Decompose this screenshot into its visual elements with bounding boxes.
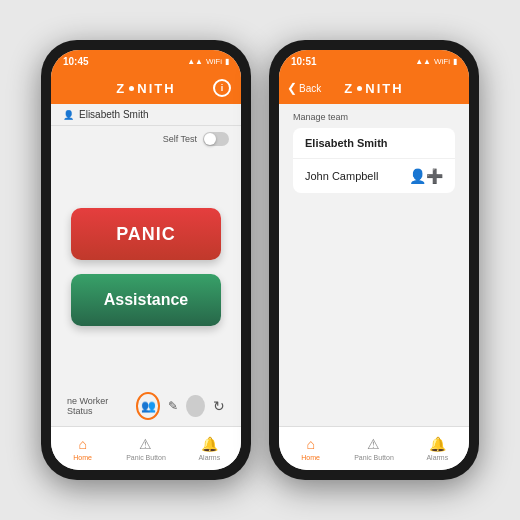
home-icon-2: ⌂ <box>306 436 314 452</box>
nav-home-1[interactable]: ⌂ Home <box>51 436 114 461</box>
logo-dot-2 <box>357 86 362 91</box>
manage-team-section: Manage team Elisabeth Smith John Campbel… <box>279 104 469 197</box>
phone-1-screen: 10:45 ▲▲ WiFi ▮ Z NITH i 👤 Elisabeth Smi… <box>51 50 241 470</box>
lone-worker-people-icon[interactable]: 👥 <box>136 392 160 420</box>
phone-2-screen: 10:51 ▲▲ WiFi ▮ ❮ Back Z NITH Manage tea… <box>279 50 469 470</box>
refresh-icon[interactable]: ↻ <box>213 398 225 414</box>
member-name-2: John Campbell <box>305 170 378 182</box>
status-icons-2: ▲▲ WiFi ▮ <box>415 57 457 66</box>
panic-button[interactable]: PANIC <box>71 208 221 260</box>
panic-icon-2: ⚠ <box>367 436 380 452</box>
add-member-icon[interactable]: 👤➕ <box>409 168 443 184</box>
status-time-2: 10:51 <box>291 56 317 67</box>
logo-dot <box>129 86 134 91</box>
app-header-1: Z NITH i <box>51 72 241 104</box>
bottom-nav-2: ⌂ Home ⚠ Panic Button 🔔 Alarms <box>279 426 469 470</box>
logo-z-2: Z <box>344 81 354 96</box>
status-time-1: 10:45 <box>63 56 89 67</box>
back-chevron: ❮ <box>287 81 297 95</box>
home-label-1: Home <box>73 454 92 461</box>
edit-icon[interactable]: ✎ <box>168 399 178 413</box>
user-icon-1: 👤 <box>63 110 74 120</box>
people-icon: 👥 <box>141 399 156 413</box>
nav-alarms-1[interactable]: 🔔 Alarms <box>178 436 241 461</box>
user-header-1: 👤 Elisabeth Smith <box>51 104 241 126</box>
status-bar-1: 10:45 ▲▲ WiFi ▮ <box>51 50 241 72</box>
manage-team-label: Manage team <box>293 112 455 122</box>
panic-label-1: Panic Button <box>126 454 166 461</box>
phone-2: 10:51 ▲▲ WiFi ▮ ❮ Back Z NITH Manage tea… <box>269 40 479 480</box>
alarms-icon-2: 🔔 <box>429 436 446 452</box>
nav-panic-2[interactable]: ⚠ Panic Button <box>342 436 405 461</box>
phone-1: 10:45 ▲▲ WiFi ▮ Z NITH i 👤 Elisabeth Smi… <box>41 40 251 480</box>
logo-nith-2: NITH <box>365 81 403 96</box>
lone-worker-row: ne Worker Status 👥 ✎ ↻ <box>51 386 241 426</box>
app-header-2: ❮ Back Z NITH <box>279 72 469 104</box>
nav-home-2[interactable]: ⌂ Home <box>279 436 342 461</box>
member-name-1: Elisabeth Smith <box>305 137 388 149</box>
toggle-knob <box>204 133 216 145</box>
status-bar-2: 10:51 ▲▲ WiFi ▮ <box>279 50 469 72</box>
team-member-2: John Campbell 👤➕ <box>293 159 455 193</box>
team-list: Elisabeth Smith John Campbell 👤➕ <box>293 128 455 193</box>
wifi-icon: WiFi <box>206 57 222 66</box>
lone-worker-circle <box>186 395 205 417</box>
panic-icon-1: ⚠ <box>139 436 152 452</box>
bottom-nav-1: ⌂ Home ⚠ Panic Button 🔔 Alarms <box>51 426 241 470</box>
content-spacer <box>279 197 469 426</box>
home-icon-1: ⌂ <box>78 436 86 452</box>
alarms-label-1: Alarms <box>198 454 220 461</box>
self-test-label: Self Test <box>163 134 197 144</box>
app-logo-2: Z NITH <box>344 81 403 96</box>
logo-z: Z <box>116 81 126 96</box>
home-label-2: Home <box>301 454 320 461</box>
battery-icon: ▮ <box>225 57 229 66</box>
lone-worker-label: ne Worker Status <box>67 396 126 416</box>
main-content-1: PANIC Assistance <box>51 148 241 386</box>
nav-panic-1[interactable]: ⚠ Panic Button <box>114 436 177 461</box>
logo-nith: NITH <box>137 81 175 96</box>
signal-icon-2: ▲▲ <box>415 57 431 66</box>
app-logo-1: Z NITH <box>116 81 175 96</box>
status-icons-1: ▲▲ WiFi ▮ <box>187 57 229 66</box>
nav-alarms-2[interactable]: 🔔 Alarms <box>406 436 469 461</box>
battery-icon-2: ▮ <box>453 57 457 66</box>
back-label: Back <box>299 83 321 94</box>
wifi-icon-2: WiFi <box>434 57 450 66</box>
panic-label-2: Panic Button <box>354 454 394 461</box>
self-test-toggle[interactable] <box>203 132 229 146</box>
self-test-row: Self Test <box>51 126 241 148</box>
info-icon: i <box>221 83 224 93</box>
alarms-label-2: Alarms <box>426 454 448 461</box>
signal-icon: ▲▲ <box>187 57 203 66</box>
assistance-button[interactable]: Assistance <box>71 274 221 326</box>
user-name-1: Elisabeth Smith <box>79 109 148 120</box>
alarms-icon-1: 🔔 <box>201 436 218 452</box>
back-button[interactable]: ❮ Back <box>287 81 321 95</box>
info-button[interactable]: i <box>213 79 231 97</box>
team-member-1: Elisabeth Smith <box>293 128 455 159</box>
